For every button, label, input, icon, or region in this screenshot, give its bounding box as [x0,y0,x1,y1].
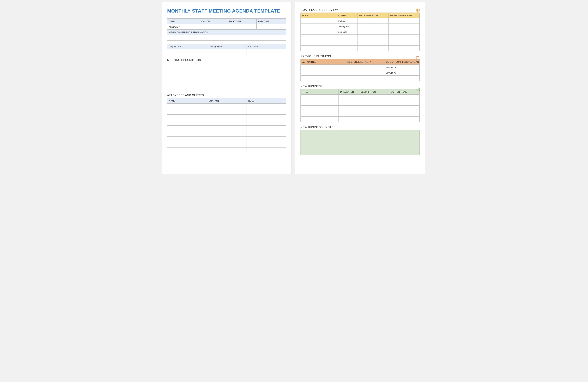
table-cell[interactable] [301,29,336,35]
table-cell[interactable] [359,111,390,117]
table-cell[interactable] [390,106,420,111]
table-cell[interactable] [207,142,247,147]
date-cell[interactable]: MM/DD/YY [168,24,197,30]
table-row: On hold [301,18,420,24]
table-cell[interactable] [207,120,247,126]
table-cell[interactable] [168,109,207,115]
table-cell[interactable] [358,46,389,51]
table-row [168,115,286,120]
location-cell[interactable] [197,24,227,30]
new-business-notes-box[interactable] [300,130,420,155]
table-cell[interactable] [358,40,389,46]
table-cell[interactable] [301,70,346,76]
table-cell[interactable] [168,126,207,131]
table-cell[interactable] [301,95,339,100]
table-cell[interactable] [301,46,336,51]
table-cell[interactable] [390,95,420,100]
project-info-header: Meeting Name [207,44,247,49]
table-cell[interactable] [207,115,247,120]
facilitator-cell[interactable] [247,49,286,55]
table-cell[interactable] [358,18,389,24]
table-cell[interactable] [301,111,339,117]
table-cell[interactable] [390,111,420,117]
table-cell[interactable] [339,117,359,122]
end-time-cell[interactable] [256,24,286,30]
table-cell[interactable] [301,117,339,122]
table-cell[interactable] [168,104,207,109]
table-cell[interactable] [168,115,207,120]
table-cell[interactable] [247,137,286,142]
table-cell[interactable] [168,137,207,142]
table-cell[interactable] [359,100,390,106]
table-cell[interactable] [358,29,389,35]
meeting-description-box[interactable] [167,63,286,90]
svg-point-2 [417,10,418,11]
meeting-info-header: LOCATION [197,19,227,24]
table-cell[interactable] [301,100,339,106]
table-cell[interactable] [247,109,286,115]
project-title-cell[interactable] [168,49,207,55]
table-cell[interactable] [168,120,207,126]
new-header: DESCRIPTION [359,89,390,95]
table-cell[interactable] [301,106,339,111]
table-cell[interactable] [358,35,389,40]
table-row [301,46,420,51]
table-cell[interactable] [359,106,390,111]
table-cell[interactable] [346,65,384,70]
table-cell[interactable] [301,24,336,29]
table-cell[interactable] [346,76,384,81]
table-cell[interactable] [247,115,286,120]
start-time-cell[interactable] [227,24,256,30]
table-row: In Progress [301,24,420,29]
table-cell[interactable]: On hold [336,18,358,24]
table-cell[interactable] [168,131,207,137]
table-cell[interactable] [389,29,420,35]
table-cell[interactable] [346,70,384,76]
table-cell[interactable] [247,120,286,126]
table-cell[interactable] [247,147,286,153]
table-cell[interactable]: MM/DD/YY [384,70,420,76]
table-cell[interactable] [389,46,420,51]
table-cell[interactable] [336,35,358,40]
table-cell[interactable] [168,142,207,147]
table-cell[interactable] [390,100,420,106]
table-cell[interactable] [389,35,420,40]
table-cell[interactable] [389,18,420,24]
table-cell[interactable] [339,100,359,106]
table-cell[interactable] [301,18,336,24]
table-cell[interactable] [389,40,420,46]
table-cell[interactable] [207,131,247,137]
table-cell[interactable] [207,104,247,109]
table-cell[interactable] [301,35,336,40]
table-cell[interactable] [247,104,286,109]
table-cell[interactable] [359,117,390,122]
table-cell[interactable] [207,126,247,131]
table-cell[interactable] [301,40,336,46]
table-cell[interactable]: In Progress [336,24,358,29]
table-cell[interactable] [339,95,359,100]
new-header: PRESENTER [339,89,359,95]
table-cell[interactable] [339,106,359,111]
attendees-table: NAME CONTACT ROLE [167,98,286,153]
table-cell[interactable] [336,40,358,46]
table-cell[interactable] [247,126,286,131]
table-cell[interactable] [339,111,359,117]
table-cell[interactable] [384,76,420,81]
table-cell[interactable] [336,46,358,51]
table-cell[interactable] [389,24,420,29]
table-cell[interactable] [390,117,420,122]
table-cell[interactable] [301,65,346,70]
video-conf-cell[interactable] [168,35,286,40]
table-cell[interactable] [247,142,286,147]
table-cell[interactable] [247,131,286,137]
table-cell[interactable]: MM/DD/YY [384,65,420,70]
table-cell[interactable] [359,95,390,100]
table-cell[interactable] [207,147,247,153]
table-cell[interactable] [358,24,389,29]
table-cell[interactable] [301,76,346,81]
meeting-name-cell[interactable] [207,49,247,55]
table-cell[interactable] [168,147,207,153]
table-cell[interactable]: Complete [336,29,358,35]
table-cell[interactable] [207,109,247,115]
table-cell[interactable] [207,137,247,142]
